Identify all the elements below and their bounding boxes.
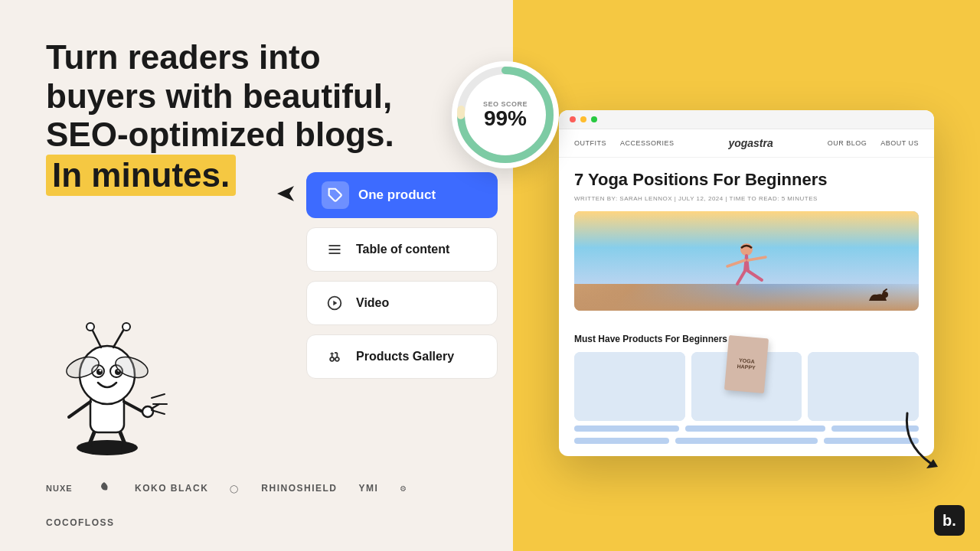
svg-line-19 bbox=[113, 329, 124, 347]
card-one-product[interactable]: One product bbox=[306, 172, 498, 218]
list-icon bbox=[322, 237, 347, 262]
left-panel: Turn readers into buyers with beautiful,… bbox=[0, 0, 513, 551]
brand-rhinoshield: RHINOSHIELD bbox=[261, 483, 337, 494]
svg-line-23 bbox=[152, 394, 165, 398]
book-title: YOGA HAPPY bbox=[737, 357, 756, 371]
svg-point-15 bbox=[100, 370, 102, 372]
brand-koko-black: KOKO BLACK bbox=[135, 483, 208, 494]
card-one-product-label: One product bbox=[358, 187, 436, 203]
nav-about-us[interactable]: ABOUT US bbox=[880, 139, 919, 147]
card-products-gallery[interactable]: Products Gallery bbox=[306, 334, 498, 379]
svg-line-17 bbox=[92, 329, 101, 347]
send-arrow-icon bbox=[276, 184, 297, 207]
curved-arrow-connector bbox=[900, 413, 961, 474]
browser-dot-red bbox=[570, 116, 576, 122]
svg-point-20 bbox=[122, 323, 130, 331]
svg-point-18 bbox=[87, 323, 94, 331]
svg-text:NUXE: NUXE bbox=[46, 484, 73, 493]
label-bar bbox=[685, 425, 825, 432]
nav-links: OUTFITS ACCESSORIES bbox=[574, 139, 675, 147]
products-section: Must Have Products For Beginners YOGA HA… bbox=[559, 334, 934, 456]
mascot bbox=[38, 306, 191, 474]
label-bar bbox=[574, 425, 679, 432]
product-labels-row2 bbox=[574, 438, 919, 444]
brand-nuxe: NUXE bbox=[46, 482, 77, 495]
dog-figure bbox=[865, 285, 888, 305]
card-table-of-content-label: Table of content bbox=[356, 243, 449, 256]
right-panel: OUTFITS ACCESSORIES yogastra OUR BLOG AB… bbox=[513, 0, 980, 551]
blog-meta: WRITTEN BY: SARAH LENNOX | JULY 12, 2024… bbox=[574, 195, 919, 202]
card-video-label: Video bbox=[356, 296, 389, 310]
brand-cocofloss: COCOFLOSS bbox=[46, 517, 115, 528]
nav-links-right: OUR BLOG ABOUT US bbox=[828, 139, 919, 147]
book-cover: YOGA HAPPY bbox=[724, 335, 769, 393]
seo-ring-svg bbox=[452, 61, 559, 168]
brand-ymi: YMI bbox=[359, 483, 379, 494]
svg-line-6 bbox=[69, 402, 90, 417]
feature-cards: One product Table of content Video bbox=[306, 172, 498, 379]
yoga-figure bbox=[716, 242, 777, 295]
nav-bar: OUTFITS ACCESSORIES yogastra OUR BLOG AB… bbox=[559, 129, 934, 158]
label-bar bbox=[574, 438, 669, 444]
nuxe-leaf-icon bbox=[98, 481, 110, 496]
svg-point-3 bbox=[78, 445, 93, 452]
rhinoshield-icon: ◯ bbox=[230, 484, 238, 493]
product-card-1 bbox=[574, 352, 685, 421]
svg-marker-31 bbox=[333, 301, 337, 306]
nav-outfits[interactable]: OUTFITS bbox=[574, 139, 606, 147]
product-labels-row bbox=[574, 425, 919, 432]
svg-line-39 bbox=[727, 260, 745, 266]
product-card-featured: YOGA HAPPY bbox=[691, 352, 802, 421]
headline-line3: SEO-optimized blogs. bbox=[46, 116, 394, 153]
card-table-of-content[interactable]: Table of content bbox=[306, 227, 498, 272]
grid-icon bbox=[322, 344, 347, 369]
svg-line-40 bbox=[748, 257, 766, 260]
nav-our-blog[interactable]: OUR BLOG bbox=[828, 139, 867, 147]
browser-bar bbox=[559, 110, 934, 129]
svg-point-32 bbox=[330, 357, 334, 361]
svg-point-4 bbox=[121, 445, 136, 452]
blog-hero-image bbox=[574, 211, 919, 311]
headline-line1: Turn readers into bbox=[46, 38, 321, 76]
svg-point-41 bbox=[882, 292, 888, 298]
blog-title: 7 Yoga Positions For Beginners bbox=[574, 170, 919, 190]
headline-highlight: In minutes. bbox=[46, 155, 236, 197]
cocofloss-icon: ⚙ bbox=[400, 484, 407, 493]
label-bar bbox=[675, 438, 818, 444]
card-products-gallery-label: Products Gallery bbox=[356, 350, 454, 364]
headline-line2: buyers with beautiful, bbox=[46, 77, 392, 115]
seo-score-widget: SEO SCORE 99% bbox=[452, 61, 559, 168]
browser-mockup: OUTFITS ACCESSORIES yogastra OUR BLOG AB… bbox=[559, 110, 934, 455]
browser-dot-yellow bbox=[580, 116, 586, 122]
b-logo: b. bbox=[934, 505, 965, 536]
tag-icon bbox=[322, 181, 349, 209]
products-grid: YOGA HAPPY bbox=[574, 352, 919, 421]
svg-point-33 bbox=[335, 357, 339, 361]
blog-content: 7 Yoga Positions For Beginners WRITTEN B… bbox=[559, 158, 934, 333]
browser-dot-green bbox=[591, 116, 597, 122]
card-video[interactable]: Video bbox=[306, 281, 498, 325]
nav-logo: yogastra bbox=[728, 137, 773, 149]
play-circle-icon bbox=[322, 291, 347, 315]
nav-accessories[interactable]: ACCESSORIES bbox=[620, 139, 675, 147]
brand-logos: NUXE KOKO BLACK ◯ RHINOSHIELD YMI ⚙ COCO… bbox=[46, 481, 475, 528]
product-card-3 bbox=[808, 352, 919, 421]
